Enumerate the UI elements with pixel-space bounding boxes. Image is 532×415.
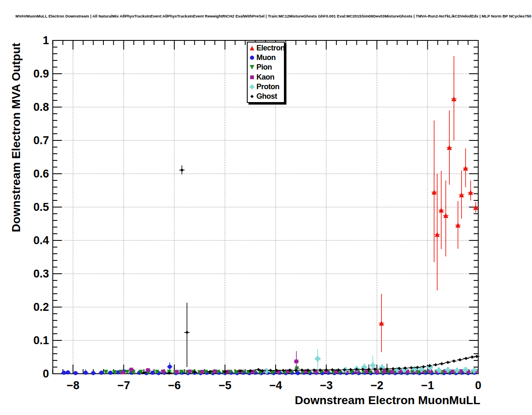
legend-item-kaon: Kaon — [249, 72, 284, 82]
data-point — [73, 371, 78, 375]
legend-item-proton: Proton — [249, 82, 284, 91]
data-point — [296, 371, 300, 375]
data-point — [99, 371, 103, 375]
data-point — [434, 363, 437, 366]
ghost-marker-icon — [249, 93, 255, 100]
data-point — [129, 368, 133, 372]
data-point — [464, 357, 468, 360]
x-tick-label: −3 — [320, 379, 333, 392]
x-tick-label: −4 — [269, 379, 282, 392]
y-tick-label: 0.2 — [33, 301, 49, 313]
legend-item-label: Ghost — [256, 92, 277, 101]
legend-item-ghost: Ghost — [249, 92, 284, 101]
data-point — [451, 370, 455, 373]
proton-marker-icon — [249, 84, 255, 90]
data-point — [370, 363, 376, 368]
legend-item-label: Kaon — [256, 73, 274, 82]
y-tick-label: 0.7 — [33, 134, 49, 147]
data-point — [188, 370, 191, 373]
data-point — [200, 370, 204, 374]
legend-item-muon: Muon — [249, 53, 284, 62]
x-tick-label: −6 — [168, 379, 181, 392]
data-point — [458, 358, 462, 361]
x-tick-label: −7 — [117, 379, 130, 392]
y-tick-label: 1 — [43, 34, 49, 47]
x-tick-label: −5 — [218, 379, 231, 392]
legend-item-electron: Electron — [249, 44, 284, 53]
y-tick-label: 0.9 — [33, 68, 49, 80]
root-canvas: { "title": "MVAVMuonMuLL Electron Downst… — [0, 0, 532, 415]
legend-item-label: Electron — [256, 44, 285, 52]
data-point — [452, 360, 456, 363]
data-point — [161, 370, 165, 373]
y-tick-label: 0.4 — [33, 234, 49, 247]
series-electron — [379, 56, 478, 352]
y-tick-label: 0.6 — [33, 168, 49, 180]
data-point — [83, 371, 88, 375]
data-point — [470, 355, 474, 359]
x-tick-label: −2 — [371, 379, 384, 392]
data-point — [91, 371, 95, 375]
data-point — [250, 75, 254, 79]
y-tick-label: 0.5 — [33, 201, 49, 213]
data-point — [250, 56, 254, 60]
data-point — [375, 370, 379, 374]
y-tick-label: 0 — [43, 368, 49, 380]
x-tick-label: 0 — [475, 379, 481, 392]
data-point — [168, 365, 172, 369]
y-axis-title: Downstream Electron MVA Output — [10, 43, 23, 232]
data-point — [250, 65, 254, 70]
data-point — [315, 356, 320, 362]
x-tick-label: −8 — [67, 379, 80, 392]
legend-item-label: Proton — [256, 82, 279, 91]
legend-item-label: Muon — [256, 53, 276, 62]
legend-item-pion: Pion — [249, 63, 284, 72]
axis-labels: −8−7−6−5−4−3−2−1000.10.20.30.40.50.60.70… — [10, 34, 482, 407]
data-point — [250, 46, 254, 50]
legend-item-label: Pion — [256, 63, 272, 72]
legend-box: ElectronMuonPionKaonProtonGhost — [247, 42, 285, 103]
x-tick-label: −1 — [421, 379, 434, 392]
data-point — [446, 361, 449, 364]
series-ghost — [141, 165, 253, 375]
data-point — [250, 85, 254, 89]
pion-marker-icon — [249, 64, 255, 70]
data-point — [66, 370, 70, 375]
electron-marker-icon — [249, 45, 255, 51]
data-point — [390, 370, 394, 374]
data-point — [121, 370, 125, 374]
data-point — [146, 368, 150, 372]
kaon-marker-icon — [249, 74, 255, 80]
y-tick-label: 0.1 — [33, 334, 49, 347]
data-point — [180, 168, 183, 172]
y-tick-label: 0.3 — [33, 268, 49, 280]
data-point — [185, 331, 188, 334]
data-point — [175, 370, 179, 374]
y-tick-label: 0.8 — [33, 101, 49, 113]
x-axis-title: Downstream Electron MuonMuLL — [295, 394, 480, 407]
data-point — [383, 370, 386, 373]
data-point — [213, 370, 217, 373]
muon-marker-icon — [249, 55, 255, 61]
data-point — [440, 362, 444, 365]
data-point — [294, 360, 298, 363]
data-point — [251, 95, 254, 98]
